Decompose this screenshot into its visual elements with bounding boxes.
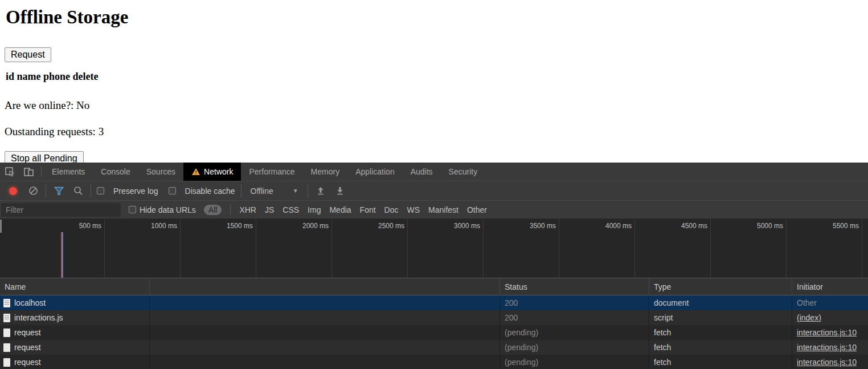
dom-content-loaded-line	[62, 232, 63, 278]
filter-pill-manifest[interactable]: Manifest	[428, 205, 458, 214]
search-icon[interactable]	[71, 184, 85, 198]
column-header-initiator[interactable]: Initiator	[792, 278, 868, 295]
tabbar-divider	[41, 167, 42, 177]
fetch-icon	[3, 358, 10, 367]
overview-grabber[interactable]	[0, 220, 2, 233]
inspect-element-icon[interactable]	[0, 163, 19, 181]
filter-pill-all[interactable]: All	[204, 205, 222, 215]
request-type-filters: All XHR JS CSS Img Media Font Doc WS Man…	[204, 205, 487, 215]
tick-4500ms: 4500 ms	[634, 222, 710, 230]
filter-funnel-icon[interactable]	[52, 184, 65, 198]
fetch-icon	[3, 329, 10, 337]
filter-pill-ws[interactable]: WS	[407, 205, 420, 214]
tick-2500ms: 2500 ms	[331, 222, 407, 230]
filter-pill-css[interactable]: CSS	[282, 205, 299, 214]
filter-pill-js[interactable]: JS	[265, 205, 274, 214]
tab-security[interactable]: Security	[441, 163, 486, 181]
table-row[interactable]: interactions.js 200 script (index)	[0, 310, 868, 325]
tick-1000ms: 1000 ms	[104, 222, 180, 230]
disable-cache-label: Disable cache	[185, 186, 235, 196]
records-table-header: id name phone delete	[6, 71, 863, 83]
column-header-name[interactable]: Name	[0, 278, 149, 295]
tab-network[interactable]: Network	[183, 163, 241, 181]
column-spacer	[149, 278, 499, 295]
requests-table-header-row: Name Status Type Initiator	[0, 278, 868, 295]
import-har-icon[interactable]	[314, 184, 327, 198]
page-title: Offline Storage	[6, 7, 863, 28]
hide-data-urls-label: Hide data URLs	[140, 205, 196, 214]
request-button[interactable]: Request	[5, 47, 51, 62]
filter-pill-xhr[interactable]: XHR	[239, 205, 256, 214]
initiator-link[interactable]: (index)	[797, 313, 821, 322]
network-toolbar: Preserve log Disable cache Offline ▼	[0, 181, 868, 201]
filter-pill-doc[interactable]: Doc	[384, 205, 399, 214]
tick-5000ms: 5000 ms	[710, 222, 786, 230]
clear-icon[interactable]	[26, 184, 40, 198]
tick-2000ms: 2000 ms	[256, 222, 331, 230]
tick-3000ms: 3000 ms	[407, 222, 483, 230]
table-row[interactable]: request (pending) fetch interactions.js:…	[0, 355, 868, 369]
requests-table: Name Status Type Initiator localhost 200…	[0, 278, 868, 369]
tab-performance[interactable]: Performance	[241, 163, 302, 181]
tab-memory[interactable]: Memory	[303, 163, 348, 181]
tick-1500ms: 1500 ms	[180, 222, 256, 230]
filter-pill-font[interactable]: Font	[360, 205, 376, 214]
filter-pill-other[interactable]: Other	[467, 205, 487, 214]
document-icon	[3, 314, 10, 322]
disable-cache-checkbox[interactable]	[169, 187, 176, 194]
tab-application[interactable]: Application	[347, 163, 403, 181]
tick-5500ms: 5500 ms	[786, 222, 862, 230]
table-row[interactable]: request (pending) fetch interactions.js:…	[0, 340, 868, 355]
online-status-text: Are we online?: No	[5, 99, 863, 112]
throttling-dropdown[interactable]: Offline ▼	[247, 186, 302, 196]
filter-pill-img[interactable]: Img	[308, 205, 321, 214]
tab-audits[interactable]: Audits	[403, 163, 441, 181]
chevron-down-icon: ▼	[293, 188, 298, 194]
tick-3500ms: 3500 ms	[483, 222, 559, 230]
table-row[interactable]: request (pending) fetch interactions.js:…	[0, 325, 868, 340]
network-overview-timeline[interactable]: 500 ms 1000 ms 1500 ms 2000 ms 2500 ms 3…	[0, 219, 868, 278]
initiator-link[interactable]: interactions.js:10	[797, 343, 857, 352]
column-header-type[interactable]: Type	[649, 278, 792, 295]
initiator-link[interactable]: interactions.js:10	[797, 328, 857, 337]
hide-data-urls-checkbox[interactable]	[129, 206, 136, 213]
network-filter-bar: Hide data URLs All XHR JS CSS Img Media …	[0, 201, 868, 219]
devtools-panel: Elements Console Sources Network Perform…	[0, 163, 868, 369]
tab-console[interactable]: Console	[93, 163, 138, 181]
device-toolbar-icon[interactable]	[19, 163, 39, 181]
table-row[interactable]: localhost 200 document Other	[0, 295, 868, 310]
stop-all-pending-button[interactable]: Stop all Pending	[5, 151, 84, 163]
outstanding-requests-text: Oustanding requests: 3	[5, 125, 863, 138]
column-header-status[interactable]: Status	[499, 278, 649, 295]
fetch-icon	[3, 343, 10, 352]
tick-500ms: 500 ms	[28, 222, 104, 230]
tab-sources[interactable]: Sources	[138, 163, 183, 181]
filter-pill-media[interactable]: Media	[329, 205, 351, 214]
filter-input[interactable]	[1, 203, 121, 217]
preserve-log-checkbox[interactable]	[97, 187, 104, 194]
tick-4000ms: 4000 ms	[559, 222, 634, 230]
record-icon[interactable]	[9, 187, 17, 195]
document-icon	[3, 299, 10, 307]
export-har-icon[interactable]	[333, 184, 347, 198]
tab-elements[interactable]: Elements	[44, 163, 93, 181]
initiator-link[interactable]: interactions.js:10	[797, 358, 857, 367]
web-page: Offline Storage Request id name phone de…	[0, 0, 868, 163]
warning-icon	[191, 168, 200, 176]
devtools-tabbar: Elements Console Sources Network Perform…	[0, 163, 868, 181]
preserve-log-label: Preserve log	[113, 186, 158, 196]
